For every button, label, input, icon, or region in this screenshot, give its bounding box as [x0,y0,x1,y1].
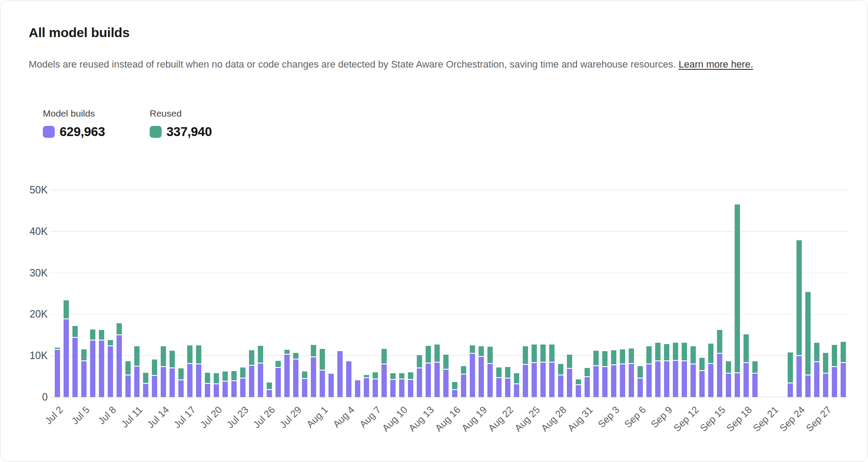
bar-sep-6[interactable] [638,366,643,397]
bar-aug-29[interactable] [567,355,572,397]
bar-sep-5[interactable] [629,348,634,397]
bar-jul-24[interactable] [249,350,254,397]
reused-segment [567,355,572,368]
bar-aug-27[interactable] [549,345,555,397]
bar-sep-14[interactable] [708,344,713,397]
bar-sep-29[interactable] [841,342,846,397]
bar-jul-29[interactable] [293,353,298,397]
bar-sep-13[interactable] [699,358,705,397]
bar-sep-25[interactable] [805,292,811,397]
bar-aug-2[interactable] [328,374,334,397]
bar-aug-26[interactable] [540,345,546,397]
reused-segment [275,361,281,367]
bar-sep-4[interactable] [620,349,625,397]
bar-aug-18[interactable] [470,345,475,397]
bar-aug-28[interactable] [558,364,563,397]
bar-jul-2[interactable] [55,348,60,397]
bar-aug-1[interactable] [320,349,325,397]
bar-sep-23[interactable] [788,352,793,397]
bar-aug-11[interactable] [408,372,413,397]
reused-segment [143,373,148,383]
bar-jul-25[interactable] [258,346,263,397]
bar-aug-13[interactable] [426,346,431,397]
bar-sep-8[interactable] [655,343,660,397]
bar-jul-6[interactable] [90,329,95,397]
bar-aug-8[interactable] [381,349,387,397]
reused-segment [796,240,802,355]
bar-sep-9[interactable] [664,344,669,397]
bar-aug-17[interactable] [461,366,466,397]
bar-sep-7[interactable] [646,346,652,397]
bar-aug-20[interactable] [487,347,493,397]
bar-jul-14[interactable] [161,346,166,397]
model-builds-segment [108,346,113,397]
bar-sep-3[interactable] [611,350,616,397]
bar-jul-20[interactable] [214,373,219,398]
bar-jul-19[interactable] [205,373,210,397]
bar-aug-16[interactable] [452,382,457,397]
bar-aug-14[interactable] [434,345,440,397]
model-builds-segment [258,364,263,397]
bar-aug-3[interactable] [337,351,343,397]
reused-segment [417,355,422,367]
reused-segment [673,343,678,360]
bar-jul-13[interactable] [152,360,157,397]
bar-aug-6[interactable] [364,375,369,397]
bar-sep-24[interactable] [796,240,802,397]
model-builds-segment [267,390,272,397]
bar-jul-21[interactable] [223,371,228,397]
model-builds-segment [143,384,148,397]
bar-sep-10[interactable] [673,343,678,397]
bar-aug-5[interactable] [355,380,360,397]
y-tick-label-50K: 50K [30,184,48,196]
bar-jul-8[interactable] [108,340,113,397]
bar-sep-2[interactable] [602,351,608,397]
bar-sep-18[interactable] [743,334,749,397]
bar-aug-12[interactable] [417,355,422,397]
bar-sep-17[interactable] [735,204,740,397]
bar-jul-16[interactable] [178,368,184,397]
bar-aug-19[interactable] [479,346,484,397]
bar-jul-27[interactable] [275,361,281,397]
bar-jul-9[interactable] [117,323,122,397]
bar-aug-30[interactable] [576,379,581,397]
bar-sep-15[interactable] [717,330,722,397]
bar-jul-31[interactable] [311,345,316,397]
bar-jul-3[interactable] [64,300,69,397]
bar-aug-10[interactable] [399,373,404,397]
bar-aug-25[interactable] [532,345,537,397]
bar-sep-11[interactable] [682,343,687,397]
bar-aug-21[interactable] [496,367,502,397]
bar-jul-23[interactable] [240,367,245,397]
bar-aug-23[interactable] [514,373,519,398]
bar-sep-19[interactable] [752,361,758,397]
bar-jul-28[interactable] [284,350,290,397]
bar-jul-22[interactable] [231,371,237,397]
bar-aug-22[interactable] [505,367,510,397]
bar-sep-16[interactable] [726,361,731,397]
bar-sep-1[interactable] [593,351,599,397]
bar-sep-27[interactable] [823,353,828,397]
bar-jul-10[interactable] [125,361,131,397]
bar-jul-18[interactable] [196,345,201,397]
bar-jul-7[interactable] [99,330,104,397]
bar-jul-5[interactable] [81,349,87,397]
bar-jul-11[interactable] [134,346,140,397]
bar-sep-26[interactable] [814,343,819,397]
bar-jul-17[interactable] [187,345,192,397]
bar-jul-26[interactable] [267,382,272,397]
learn-more-link[interactable]: Learn more here. [679,59,753,70]
bar-jul-30[interactable] [302,371,307,397]
reused-segment [602,351,608,366]
bar-jul-15[interactable] [170,351,175,397]
bar-sep-28[interactable] [832,345,837,397]
bar-jul-12[interactable] [143,373,148,397]
bar-jul-4[interactable] [72,326,78,397]
bar-aug-9[interactable] [390,373,396,397]
bar-aug-24[interactable] [523,346,528,397]
bar-aug-15[interactable] [443,355,449,397]
bar-aug-7[interactable] [373,372,378,397]
bar-aug-31[interactable] [585,368,590,397]
bar-aug-4[interactable] [346,361,351,397]
bar-sep-12[interactable] [691,346,696,397]
